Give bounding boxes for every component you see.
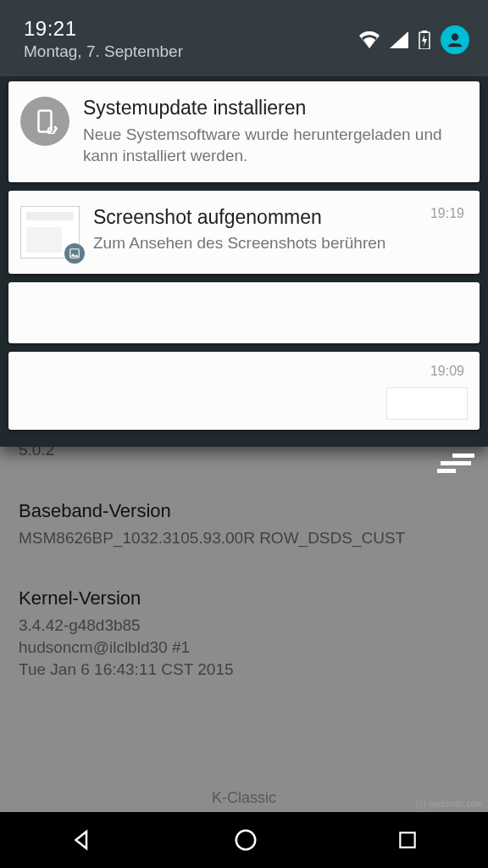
shade-header[interactable]: 19:21 Montag, 7. September xyxy=(0,0,488,76)
notification-title: Systemupdate installieren xyxy=(83,97,464,120)
watermark: (c) andondo.com xyxy=(415,799,483,809)
clear-all-button[interactable] xyxy=(434,450,474,484)
date[interactable]: Montag, 7. September xyxy=(24,42,183,61)
notification-timestamp: 19:09 xyxy=(430,364,464,379)
notification-screenshot[interactable]: Screenshot aufgenommen Zum Ansehen des S… xyxy=(8,191,480,274)
nav-home-icon[interactable] xyxy=(233,827,258,853)
notification-blank-1[interactable] xyxy=(8,282,480,343)
svg-rect-6 xyxy=(401,832,415,847)
cellular-icon xyxy=(390,31,408,48)
notification-shade[interactable]: 19:21 Montag, 7. September xyxy=(0,0,488,447)
svg-point-5 xyxy=(236,831,256,850)
inner-thumbnail xyxy=(386,387,468,420)
wifi-icon xyxy=(359,31,380,48)
system-update-icon xyxy=(20,97,69,146)
user-avatar[interactable] xyxy=(441,25,469,54)
battery-charging-icon xyxy=(419,31,430,49)
notification-text: Zum Ansehen des Screenshots berühren xyxy=(93,232,464,254)
nav-recents-icon[interactable] xyxy=(396,829,419,851)
svg-point-2 xyxy=(452,34,458,41)
image-badge-icon xyxy=(64,243,85,264)
navigation-bar xyxy=(0,812,488,868)
notification-list: Systemupdate installieren Neue Systemsof… xyxy=(0,76,488,430)
nav-back-icon[interactable] xyxy=(69,827,95,853)
notification-title: Screenshot aufgenommen xyxy=(93,206,464,230)
notification-system-update[interactable]: Systemupdate installieren Neue Systemsof… xyxy=(8,81,480,182)
svg-rect-1 xyxy=(422,31,427,33)
notification-text: Neue Systemsoftware wurde heruntergelade… xyxy=(83,124,464,167)
notification-timestamp: 19:19 xyxy=(430,206,464,221)
clock[interactable]: 19:21 xyxy=(24,17,183,41)
notification-blank-2[interactable]: 19:09 xyxy=(8,352,480,430)
